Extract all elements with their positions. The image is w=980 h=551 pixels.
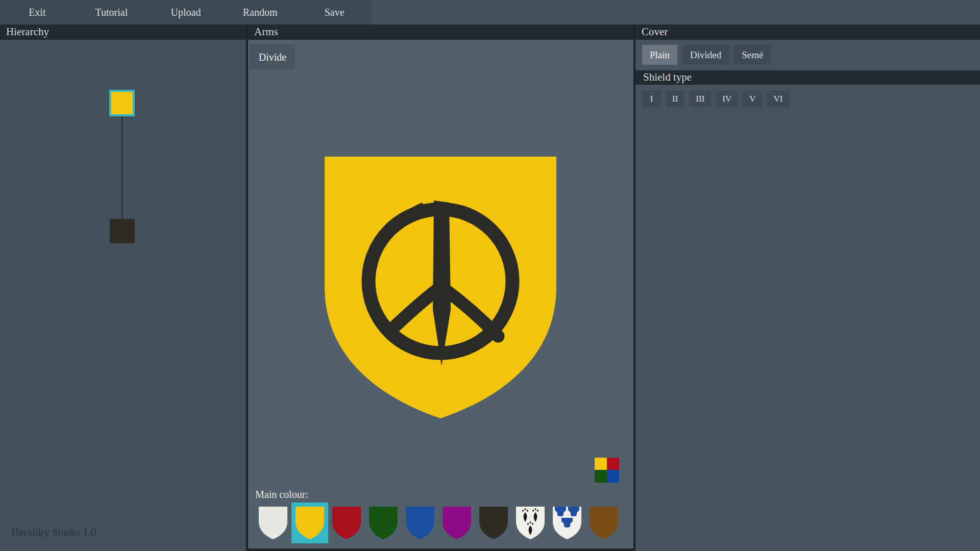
shield-type-6[interactable]: VI: [767, 90, 790, 107]
quarter-1: [595, 458, 607, 470]
shield-type-buttons: I II III IV V VI: [642, 90, 790, 107]
swatch-shield-icon: [552, 506, 582, 540]
shield-type-2[interactable]: II: [666, 90, 684, 107]
main-colour-label: Main colour:: [255, 489, 308, 500]
arms-panel: Arms Divide Main colour:: [246, 24, 635, 551]
cover-panel: Cover Plain Divided Semé Shield type I I…: [635, 24, 980, 551]
swatch-ermine[interactable]: [516, 506, 545, 540]
swatch-shield-icon: [479, 506, 508, 540]
cover-mode-buttons: Plain Divided Semé: [642, 45, 771, 65]
swatch-sable[interactable]: [479, 506, 508, 540]
hierarchy-panel-title: Hierarchy: [0, 24, 246, 40]
tree-node-child[interactable]: [110, 219, 135, 243]
menu-item-exit[interactable]: Exit: [0, 0, 75, 24]
tree-connector-line: [121, 116, 122, 219]
swatch-argent[interactable]: [258, 506, 288, 540]
swatch-tenne[interactable]: [589, 506, 619, 540]
hierarchy-panel: Hierarchy Heraldry Studio 1.0: [0, 24, 246, 551]
cover-mode-seme[interactable]: Semé: [734, 45, 771, 65]
swatch-shield-icon: [258, 506, 288, 540]
swatch-shield-icon: [332, 506, 361, 540]
swatch-vert[interactable]: [369, 506, 398, 540]
swatch-purpure[interactable]: [442, 506, 472, 540]
shield-type-4[interactable]: IV: [716, 90, 738, 107]
menu-bar: Exit Tutorial Upload Random Save: [0, 0, 372, 24]
swatch-shield-icon: [295, 506, 325, 540]
swatch-shield-icon: [589, 506, 619, 540]
shield-type-header: Shield type: [635, 70, 980, 85]
swatch-shield-icon: [405, 506, 435, 540]
quarter-3: [595, 470, 607, 483]
shield-type-1[interactable]: I: [642, 90, 661, 107]
menu-item-upload[interactable]: Upload: [149, 0, 223, 24]
tree-node-root[interactable]: [109, 90, 135, 116]
cover-panel-title: Cover: [635, 24, 980, 40]
swatch-vair[interactable]: [552, 506, 582, 540]
quarter-colour-preview: [595, 458, 619, 483]
swatch-azure[interactable]: [405, 506, 435, 540]
arms-bottom-edge: [248, 548, 633, 551]
swatch-or[interactable]: [295, 506, 325, 540]
quarter-4: [607, 470, 619, 483]
shield-svg: [325, 157, 556, 418]
app-window: Exit Tutorial Upload Random Save Hierarc…: [0, 0, 980, 551]
shield-type-3[interactable]: III: [689, 90, 711, 107]
cover-mode-divided[interactable]: Divided: [682, 45, 729, 65]
arms-panel-title: Arms: [248, 24, 633, 40]
quarter-2: [607, 458, 619, 470]
menu-item-random[interactable]: Random: [223, 0, 298, 24]
shield-type-5[interactable]: V: [743, 90, 762, 107]
shield-preview[interactable]: [325, 157, 556, 418]
swatch-shield-icon: [442, 506, 472, 540]
cover-mode-plain[interactable]: Plain: [642, 45, 677, 65]
divide-button[interactable]: Divide: [250, 44, 295, 70]
swatch-shield-icon: [369, 506, 398, 540]
app-version-label: Heraldry Studio 1.0: [11, 526, 96, 539]
swatch-gules[interactable]: [332, 506, 361, 540]
menu-item-tutorial[interactable]: Tutorial: [75, 0, 149, 24]
swatch-shield-icon: [516, 506, 545, 540]
swatch-row: [248, 506, 633, 540]
menu-item-save[interactable]: Save: [297, 0, 372, 24]
